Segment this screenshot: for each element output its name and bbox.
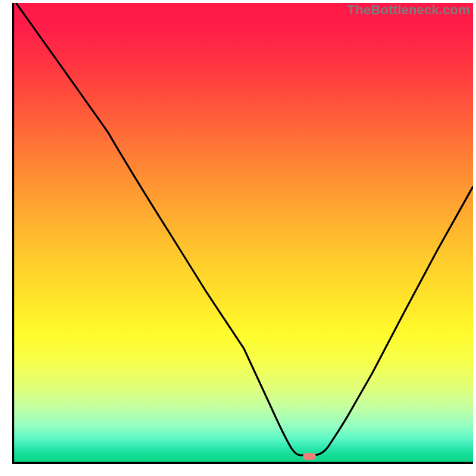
optimum-marker — [303, 453, 316, 460]
bottleneck-chart: TheBottleneck.com — [0, 0, 476, 476]
curve-svg — [14, 3, 473, 462]
watermark-text: TheBottleneck.com — [347, 2, 470, 18]
bottleneck-curve-path — [16, 3, 473, 455]
plot-area — [12, 3, 473, 464]
